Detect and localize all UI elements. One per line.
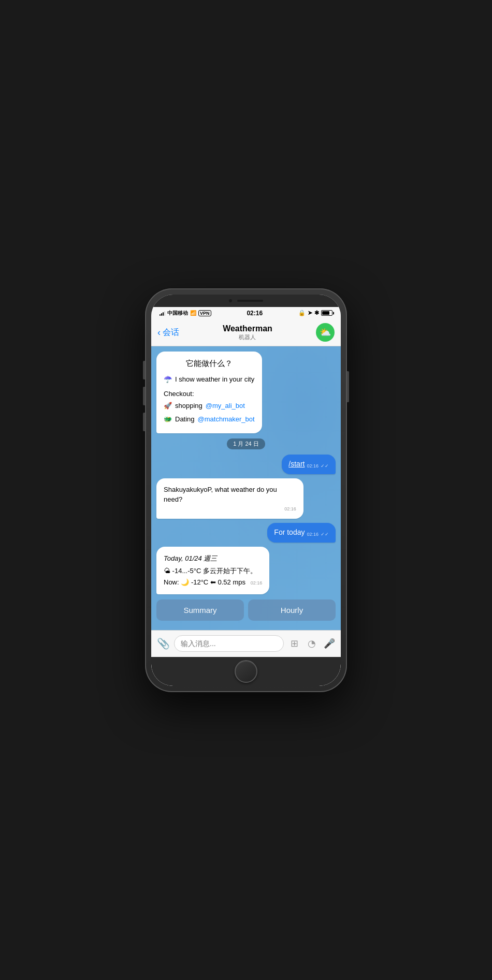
- welcome-intro-text: I show weather in your city: [175, 374, 254, 385]
- input-right-icons: ⊞ ◔ 🎤: [287, 636, 337, 651]
- signal-icon: [160, 311, 165, 316]
- input-bar: 📎 ⊞ ◔ 🎤: [151, 630, 341, 657]
- date-divider: 1 月 24 日: [227, 438, 265, 449]
- phone-screen: 中国移动 📶 VPN 02:16 🔒 ➤ ✱ ‹ 会话 Weatherman: [151, 295, 341, 686]
- back-label: 会话: [163, 327, 179, 338]
- weather-date-text: Today, 01/24 週三: [164, 554, 217, 562]
- back-button[interactable]: ‹ 会话: [157, 327, 179, 338]
- hourly-button[interactable]: Hourly: [248, 599, 336, 621]
- wind-direction-icon: ⬅: [210, 578, 218, 586]
- weather-now-line: Now: 🌙 -12°C ⬅ 0.52 mps 02:16: [164, 577, 262, 588]
- bot-avatar-icon: ⛅: [320, 327, 331, 338]
- phone-top-bar: [151, 295, 341, 307]
- checkmarks-1: ✓✓: [321, 463, 329, 470]
- bot-question-text: ShakuyakukyoP, what weather do you need?: [164, 486, 277, 504]
- battery-fill: [322, 311, 329, 315]
- welcome-title: 它能做什么？: [164, 358, 255, 370]
- outgoing-today-bubble: For today 02:16 ✓✓: [267, 523, 336, 543]
- nav-center: Weatherman 机器人: [223, 324, 272, 341]
- today-text: For today: [274, 528, 305, 538]
- wifi-icon: 📶: [190, 310, 196, 316]
- battery-indicator: [321, 310, 332, 316]
- checkout-item-1: 🚀 shopping @my_ali_bot: [164, 401, 255, 411]
- bot-question-time: 02:16: [164, 506, 296, 513]
- checkout-label: Checkout:: [164, 389, 255, 399]
- home-button-area: [151, 657, 341, 686]
- now-temp: -12°C: [191, 578, 208, 586]
- welcome-bubble: 它能做什么？ ☂️ I show weather in your city Ch…: [156, 352, 262, 434]
- home-button[interactable]: [235, 660, 257, 683]
- attachment-icon[interactable]: 📎: [155, 636, 171, 651]
- emoji-icon[interactable]: ◔: [305, 636, 319, 651]
- summary-button[interactable]: Summary: [156, 599, 244, 621]
- status-bar: 中国移动 📶 VPN 02:16 🔒 ➤ ✱: [151, 307, 341, 319]
- navigation-bar: ‹ 会话 Weatherman 机器人 ⛅: [151, 319, 341, 346]
- speaker-bar: [237, 300, 263, 302]
- dragon-icon: 🐲: [164, 414, 172, 425]
- weather-time: 02:16: [251, 580, 263, 586]
- chat-area: 它能做什么？ ☂️ I show weather in your city Ch…: [151, 346, 341, 630]
- checkmarks-2: ✓✓: [321, 531, 329, 538]
- chevron-left-icon: ‹: [157, 327, 161, 338]
- now-label: Now:: [164, 578, 179, 586]
- dating-link[interactable]: @matchmaker_bot: [198, 414, 255, 425]
- weather-temp-line: 🌤 -14...-5°C 多云开始于下午。: [164, 565, 262, 577]
- wind-speed: 0.52 mps: [218, 578, 245, 586]
- start-command-text: /start: [288, 459, 305, 470]
- moon-icon: 🌙: [181, 578, 191, 586]
- bot-avatar[interactable]: ⛅: [316, 323, 335, 342]
- mic-icon[interactable]: 🎤: [322, 636, 337, 651]
- camera-dot: [229, 299, 232, 302]
- bluetooth-icon: ✱: [314, 310, 319, 316]
- welcome-intro-row: ☂️ I show weather in your city: [164, 374, 255, 385]
- location-icon: ➤: [308, 310, 312, 316]
- weather-result-bubble: Today, 01/24 週三 🌤 -14...-5°C 多云开始于下午。 No…: [156, 547, 269, 594]
- status-left: 中国移动 📶 VPN: [160, 310, 211, 317]
- chat-subtitle: 机器人: [223, 333, 272, 341]
- dating-text: Dating: [175, 414, 195, 425]
- outgoing-start-bubble: /start 02:16 ✓✓: [282, 455, 336, 474]
- chat-title: Weatherman: [223, 324, 272, 333]
- checkout-section: Checkout: 🚀 shopping @my_ali_bot 🐲 Datin…: [164, 389, 255, 425]
- status-right: 🔒 ➤ ✱: [298, 310, 332, 316]
- weather-temp-text: 🌤 -14...-5°C 多云开始于下午。: [164, 567, 257, 575]
- lock-icon: 🔒: [298, 310, 306, 316]
- shopping-text: shopping: [175, 401, 202, 411]
- vpn-badge: VPN: [198, 310, 211, 316]
- start-time: 02:16: [307, 463, 319, 470]
- message-input[interactable]: [174, 635, 284, 652]
- carrier-label: 中国移动: [167, 310, 188, 317]
- clock: 02:16: [247, 310, 263, 317]
- rocket-icon: 🚀: [164, 401, 172, 411]
- umbrella-icon: ☂️: [164, 374, 172, 385]
- today-time: 02:16: [307, 531, 319, 538]
- sticker-icon[interactable]: ⊞: [287, 636, 301, 651]
- bot-question-bubble: ShakuyakukyoP, what weather do you need?…: [156, 478, 303, 519]
- action-buttons-row: Summary Hourly: [156, 599, 336, 621]
- shopping-link[interactable]: @my_ali_bot: [206, 401, 245, 411]
- checkout-item-2: 🐲 Dating @matchmaker_bot: [164, 414, 255, 425]
- weather-date-line: Today, 01/24 週三: [164, 553, 262, 564]
- phone-device: 中国移动 📶 VPN 02:16 🔒 ➤ ✱ ‹ 会话 Weatherman: [145, 288, 347, 692]
